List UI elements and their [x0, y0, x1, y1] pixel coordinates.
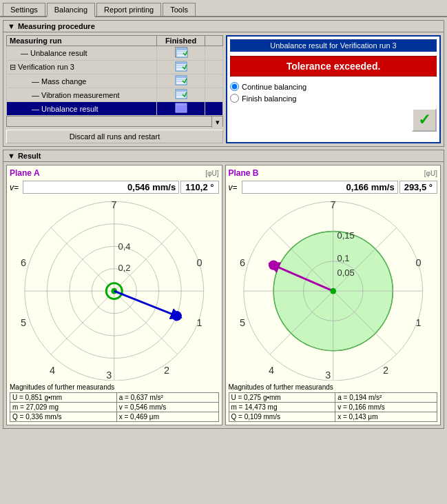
- svg-text:3: 3: [106, 370, 112, 381]
- plane-a-v-row: v= 0,546 mm/s 110,2 °: [10, 181, 219, 194]
- top-section: Measuring run Finished — Unbalance resul…: [6, 35, 441, 143]
- plane-b-panel: Plane B [φU] v= 0,166 mm/s 293,5 °: [225, 165, 441, 425]
- table-row[interactable]: — Mass change: [7, 74, 223, 88]
- checkmark-icon: ✓: [418, 111, 430, 129]
- tab-bar: Settings Balancing Report printing Tools: [0, 0, 447, 17]
- mag-cell: x = 0,469 μm: [116, 412, 218, 422]
- svg-text:0: 0: [197, 257, 202, 268]
- plane-b-v-value: 0,166 mm/s: [242, 181, 398, 194]
- unbalance-header: Unbalance result for Verification run 3: [230, 39, 437, 52]
- mag-cell: a = 0,194 m/s²: [335, 393, 437, 403]
- right-info-panel: Unbalance result for Verification run 3 …: [226, 35, 441, 143]
- main-area: ▼ Measuring procedure Measuring run Fini…: [0, 17, 447, 434]
- balancing-options: Continue balancing Finish balancing: [230, 82, 437, 103]
- finish-balancing-radio[interactable]: [230, 94, 239, 103]
- svg-text:1: 1: [415, 317, 421, 328]
- tolerance-exceeded-box: Tolerance exceeded.: [230, 56, 437, 77]
- row-scroll-icon: [205, 46, 223, 61]
- table-row: Q = 0,109 mm/s x = 0,143 μm: [229, 412, 437, 422]
- mag-cell: U = 0,275 g•mm: [229, 393, 335, 403]
- planes-row: Plane A [φU] v= 0,546 mm/s 110,2 °: [6, 165, 441, 425]
- svg-point-62: [268, 260, 278, 270]
- row-label: ⊟ Verification run 3: [7, 61, 157, 74]
- confirm-btn-row: ✓: [230, 108, 437, 132]
- continue-balancing-row[interactable]: Continue balancing: [230, 82, 437, 91]
- row-scroll-icon: [205, 61, 223, 74]
- plane-a-angle: 110,2 °: [180, 181, 218, 194]
- continue-balancing-label: Continue balancing: [242, 83, 306, 91]
- finish-balancing-row[interactable]: Finish balancing: [230, 94, 437, 103]
- svg-text:7: 7: [330, 199, 335, 210]
- tab-report-printing[interactable]: Report printing: [96, 3, 161, 16]
- plane-a-mag-title: Magnitudes of further measurands: [10, 383, 219, 391]
- finish-balancing-label: Finish balancing: [242, 94, 297, 103]
- plane-b-svg: 0,15 0,1 0,05 7 0 1 2 3 4 5 6: [229, 196, 438, 381]
- plane-a-panel: Plane A [φU] v= 0,546 mm/s 110,2 °: [6, 165, 222, 425]
- plane-a-v-label: v=: [10, 183, 19, 192]
- plane-a-header: Plane A [φU]: [10, 168, 219, 178]
- row-label: — Mass change: [7, 74, 157, 88]
- svg-text:4: 4: [50, 365, 55, 376]
- col-measuring-run: Measuring run: [7, 36, 157, 46]
- svg-text:4: 4: [268, 365, 273, 376]
- plane-a-v-value: 0,546 mm/s: [23, 181, 179, 194]
- svg-point-40: [171, 311, 181, 321]
- measuring-table: Measuring run Finished — Unbalance resul…: [6, 35, 223, 116]
- measuring-panel: Measuring run Finished — Unbalance resul…: [6, 35, 223, 143]
- plane-a-svg: 0,4 0,2 7 0 1 2 3 4 5 6: [10, 196, 219, 381]
- scroll-down-btn[interactable]: ▾: [211, 117, 222, 128]
- table-row: U = 0,275 g•mm a = 0,194 m/s²: [229, 393, 437, 403]
- plane-a-mag-table: U = 0,851 g•mm a = 0,637 m/s² m = 27,029…: [10, 392, 219, 422]
- svg-point-63: [330, 288, 336, 294]
- row-finished: [157, 46, 205, 61]
- svg-text:2: 2: [164, 365, 169, 376]
- table-row[interactable]: ⊟ Verification run 3: [7, 61, 223, 74]
- result-content: Plane A [φU] v= 0,546 mm/s 110,2 °: [3, 162, 444, 428]
- mag-cell: m = 27,029 mg: [10, 403, 117, 412]
- tab-tools[interactable]: Tools: [163, 3, 196, 16]
- plane-b-title: Plane B: [229, 168, 259, 178]
- plane-b-phi: [φU]: [424, 170, 437, 177]
- col-finished: Finished: [157, 36, 205, 46]
- mag-cell: a = 0,637 m/s²: [116, 393, 218, 403]
- collapse-arrow-icon[interactable]: ▼: [8, 22, 15, 30]
- svg-text:0,1: 0,1: [337, 253, 349, 263]
- row-scroll-icon: [205, 74, 223, 88]
- table-row: m = 14,473 mg v = 0,166 mm/s: [229, 403, 437, 412]
- measuring-procedure-section: ▼ Measuring procedure Measuring run Fini…: [3, 20, 444, 147]
- measuring-procedure-content: Measuring run Finished — Unbalance resul…: [3, 32, 444, 146]
- table-row-selected[interactable]: — Unbalance result: [7, 102, 223, 116]
- svg-text:0: 0: [415, 257, 421, 268]
- row-label: — Unbalance result: [7, 46, 157, 61]
- table-row[interactable]: — Unbalance result: [7, 46, 223, 61]
- plane-b-v-label: v=: [229, 183, 238, 192]
- plane-b-angle: 293,5 °: [399, 181, 437, 194]
- svg-text:6: 6: [21, 257, 26, 268]
- row-scroll-icon: [205, 102, 223, 116]
- measuring-procedure-title: Measuring procedure: [18, 22, 95, 30]
- row-finished: [157, 74, 205, 88]
- row-finished: [157, 102, 205, 116]
- discard-runs-button[interactable]: Discard all runs and restart: [6, 130, 223, 143]
- plane-b-header: Plane B [φU]: [229, 168, 438, 178]
- mag-cell: U = 0,851 g•mm: [10, 393, 117, 403]
- measuring-procedure-header: ▼ Measuring procedure: [3, 21, 444, 32]
- table-row: m = 27,029 mg v = 0,546 mm/s: [10, 403, 219, 412]
- plane-b-v-row: v= 0,166 mm/s 293,5 °: [229, 181, 438, 194]
- result-title: Result: [18, 152, 41, 160]
- col-scrollbar-top: [205, 36, 223, 46]
- table-row: Q = 0,336 mm/s x = 0,469 μm: [10, 412, 219, 422]
- svg-text:0,2: 0,2: [118, 263, 131, 273]
- mag-cell: m = 14,473 mg: [229, 403, 335, 412]
- svg-text:5: 5: [240, 317, 245, 328]
- tab-settings[interactable]: Settings: [3, 3, 45, 16]
- confirm-button[interactable]: ✓: [412, 108, 437, 132]
- tab-balancing[interactable]: Balancing: [47, 3, 95, 17]
- result-collapse-arrow-icon[interactable]: ▼: [8, 152, 15, 160]
- continue-balancing-radio[interactable]: [230, 82, 239, 91]
- plane-b-mag-title: Magnitudes of further measurands: [229, 383, 438, 391]
- svg-text:6: 6: [240, 257, 245, 268]
- row-label: — Vibration measurement: [7, 88, 157, 102]
- table-row[interactable]: — Vibration measurement: [7, 88, 223, 102]
- svg-text:0,15: 0,15: [337, 230, 354, 241]
